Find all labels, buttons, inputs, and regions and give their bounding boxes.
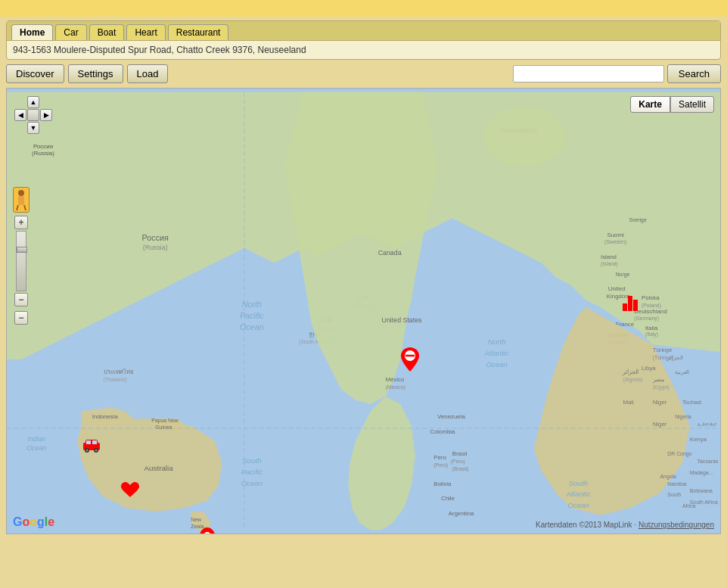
svg-text:Colombia: Colombia — [430, 428, 455, 435]
map-controls: ▲ ◀ ▶ ▼ Россия (Russia) — [14, 96, 52, 134]
svg-text:Tschad: Tschad — [682, 399, 701, 406]
tabs-row: Home Car Boat Heart Restaurant — [7, 21, 720, 41]
svg-text:(Island): (Island) — [601, 261, 618, 267]
svg-text:العربية: العربية — [675, 369, 689, 375]
svg-text:مصر: مصر — [652, 376, 664, 383]
svg-text:North: North — [488, 338, 506, 346]
svg-text:Indonesia: Indonesia — [92, 413, 119, 420]
svg-text:DR Congo: DR Congo — [667, 451, 691, 457]
svg-text:Botswana: Botswana — [690, 488, 713, 493]
svg-text:Россия: Россия — [142, 233, 169, 242]
svg-rect-115 — [633, 300, 638, 311]
svg-text:ኢትዮጵያ: ኢትዮጵያ — [697, 422, 717, 427]
map-type-karte-button[interactable]: Karte — [630, 96, 670, 113]
svg-text:Libya: Libya — [642, 366, 656, 372]
car-marker[interactable] — [82, 438, 101, 456]
zoom-in-button[interactable]: + — [14, 216, 28, 229]
zoom-out-button-2[interactable]: − — [14, 311, 28, 325]
svg-rect-97 — [18, 196, 24, 205]
svg-text:Atlantic: Atlantic — [566, 490, 591, 498]
svg-text:Guinea: Guinea — [155, 425, 172, 430]
svg-text:Venezuela: Venezuela — [437, 413, 465, 420]
nav-up-button[interactable]: ▲ — [27, 96, 39, 108]
svg-text:(Algeria): (Algeria) — [623, 377, 642, 383]
search-button[interactable]: Search — [667, 64, 721, 83]
svg-text:New: New — [191, 517, 201, 522]
svg-text:Africa: Africa — [682, 503, 696, 509]
nav-down-button[interactable]: ▼ — [27, 122, 39, 134]
nav-right-button[interactable]: ▶ — [40, 109, 52, 121]
home-nz-marker[interactable] — [200, 527, 215, 534]
svg-text:Island: Island — [601, 254, 617, 260]
heart-marker[interactable] — [121, 482, 139, 501]
map-container[interactable]: (Greenland) Россия (Russia) 中国 (China) 日… — [6, 88, 721, 534]
zoom-out-button-1[interactable]: − — [14, 293, 28, 306]
svg-rect-114 — [628, 296, 632, 311]
bars-eu-marker[interactable] — [622, 293, 638, 313]
svg-text:South: South — [667, 492, 681, 497]
load-button[interactable]: Load — [127, 64, 169, 83]
svg-text:United: United — [608, 286, 626, 293]
svg-text:Sverige: Sverige — [629, 217, 646, 223]
svg-text:(Perú): (Perú) — [433, 462, 448, 468]
svg-point-106 — [86, 450, 89, 452]
svg-text:Norge: Norge — [616, 272, 630, 278]
svg-point-96 — [18, 190, 24, 196]
tab-home[interactable]: Home — [11, 24, 53, 40]
svg-rect-103 — [92, 440, 97, 444]
settings-button[interactable]: Settings — [68, 64, 123, 83]
svg-text:Pacific: Pacific — [240, 311, 264, 320]
svg-text:Niger: Niger — [653, 399, 667, 406]
zoom-slider-track[interactable] — [16, 231, 26, 291]
svg-text:Ocean: Ocean — [486, 360, 508, 369]
svg-text:Kenya: Kenya — [690, 436, 707, 443]
svg-text:(Germany): (Germany) — [634, 316, 659, 322]
svg-rect-109 — [205, 534, 210, 534]
search-area: Search — [513, 64, 721, 83]
svg-text:United States: United States — [382, 316, 423, 324]
svg-text:(Italy): (Italy) — [645, 331, 658, 338]
restaurant-us-marker[interactable] — [401, 347, 419, 374]
svg-text:Italia: Italia — [645, 325, 658, 331]
svg-text:Brasil: Brasil — [452, 450, 468, 457]
nav-center-button[interactable] — [27, 109, 39, 121]
svg-text:Madaga...: Madaga... — [690, 470, 713, 476]
svg-text:(Egypt): (Egypt) — [653, 384, 670, 390]
nav-left-button[interactable]: ◀ — [14, 109, 26, 121]
svg-text:Ocean: Ocean — [567, 501, 589, 509]
toolbar: Discover Settings Load Search — [6, 64, 721, 83]
svg-text:Tanzania: Tanzania — [697, 459, 719, 464]
svg-text:(Peru): (Peru) — [451, 459, 465, 465]
svg-text:North: North — [242, 300, 262, 309]
zoom-controls: + − − — [13, 187, 30, 325]
svg-text:Canada: Canada — [378, 249, 402, 257]
svg-text:Ocean: Ocean — [240, 322, 264, 331]
zoom-slider-thumb[interactable] — [17, 247, 27, 253]
svg-text:(Sweden): (Sweden) — [604, 239, 626, 245]
google-logo: Google — [13, 515, 54, 529]
svg-text:Bolivia: Bolivia — [433, 481, 452, 487]
svg-text:South: South — [242, 456, 262, 465]
tab-car[interactable]: Car — [55, 24, 86, 40]
tab-restaurant[interactable]: Restaurant — [168, 24, 229, 40]
svg-text:Indian: Indian — [27, 435, 45, 443]
street-view-icon[interactable] — [13, 187, 30, 213]
search-input[interactable] — [513, 65, 664, 82]
map-type-satellit-button[interactable]: Satellit — [670, 96, 714, 113]
svg-line-98 — [17, 205, 18, 210]
top-bar — [0, 0, 727, 17]
info-panel: Home Car Boat Heart Restaurant 943-1563 … — [6, 20, 721, 60]
discover-button[interactable]: Discover — [6, 64, 64, 83]
nutzungsbedingungen-link[interactable]: Nutzungsbedingungen — [638, 521, 714, 529]
svg-point-107 — [95, 450, 98, 452]
tab-boat[interactable]: Boat — [89, 24, 125, 40]
svg-text:(Russia): (Russia) — [143, 244, 168, 251]
svg-rect-102 — [86, 440, 91, 444]
svg-text:Australia: Australia — [144, 464, 174, 472]
svg-text:Ocean: Ocean — [26, 444, 46, 452]
svg-text:Chile: Chile — [441, 495, 455, 502]
address-display: 943-1563 Moulere-Disputed Spur Road, Cha… — [7, 41, 720, 59]
svg-text:Nigeria: Nigeria — [675, 414, 691, 420]
tab-heart[interactable]: Heart — [126, 24, 165, 40]
main-container: Home Car Boat Heart Restaurant 943-1563 … — [0, 17, 727, 538]
